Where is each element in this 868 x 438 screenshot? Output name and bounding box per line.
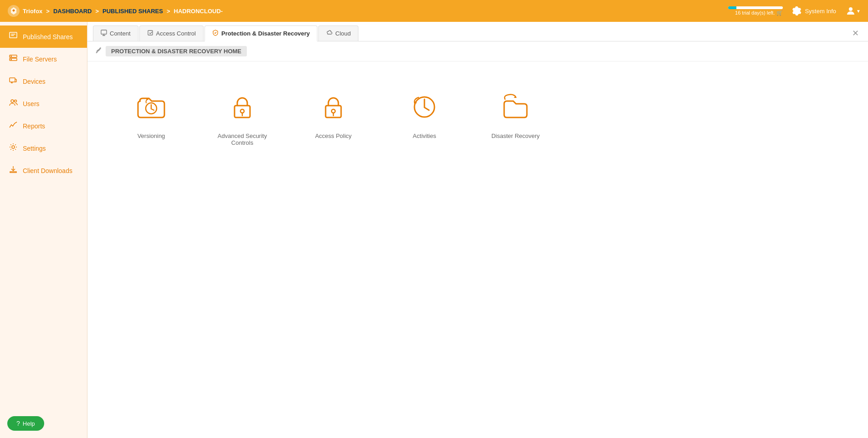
access-policy-label: Access Policy [315,132,352,139]
file-servers-icon [8,53,18,65]
user-dropdown-arrow: ▼ [856,9,861,14]
breadcrumb-sep-2: > [95,8,99,15]
trial-info: 16 trial day(s) left. 🛒 [728,6,783,16]
tab-content[interactable]: Content [93,25,138,41]
disaster-recovery-label: Disaster Recovery [491,132,540,139]
sidebar-item-settings[interactable]: Settings [0,137,87,159]
feature-advanced-security-controls[interactable]: Advanced Security Controls [215,89,270,146]
svg-rect-12 [148,31,153,35]
feature-access-policy[interactable]: Access Policy [306,89,361,139]
system-info-label: System Info [805,8,836,15]
trial-progress-bar-container [728,6,783,9]
users-icon [8,98,18,109]
features-area: Versioning Advanced Security Controls [87,61,868,438]
sidebar-item-file-servers[interactable]: File Servers [0,48,87,70]
user-icon [845,5,856,16]
advanced-security-controls-icon-wrap [224,89,260,125]
sidebar-item-users[interactable]: Users [0,92,87,115]
tab-protection-disaster-recovery[interactable]: Protection & Disaster Recovery [204,25,317,41]
disaster-recovery-icon-wrap [497,89,534,125]
sub-nav: PROTECTION & DISASTER RECOVERY HOME [87,41,868,61]
devices-icon [8,76,18,87]
breadcrumb-published-shares[interactable]: PUBLISHED SHARES [102,8,163,15]
tab-access-control[interactable]: Access Control [139,25,204,41]
main-layout: Published Shares File Servers [0,22,868,438]
disaster-recovery-icon [500,91,531,123]
versioning-icon-wrap [133,89,169,125]
header-right: 16 trial day(s) left. 🛒 System Info ▼ [728,5,861,16]
sidebar-item-devices[interactable]: Devices [0,70,87,92]
tabs-bar: Content Access Control [87,22,868,41]
help-button[interactable]: ? Help [7,416,44,431]
shield-icon [212,30,219,37]
close-button[interactable]: ✕ [848,26,863,40]
sub-nav-label: PROTECTION & DISASTER RECOVERY HOME [106,46,247,56]
svg-rect-7 [10,78,15,82]
activities-icon-wrap [406,89,443,125]
svg-rect-11 [101,30,107,34]
breadcrumb-app: Triofox [23,8,42,15]
trial-text: 16 trial day(s) left. 🛒 [735,10,783,16]
svg-point-5 [11,56,12,57]
sidebar-item-published-shares[interactable]: Published Shares [0,25,87,48]
trial-progress-bar [728,6,736,9]
sidebar-label-published-shares: Published Shares [23,33,73,41]
sidebar: Published Shares File Servers [0,22,87,438]
header-left: Triofox > DASHBOARD > PUBLISHED SHARES >… [7,5,223,17]
tab-protection-label: Protection & Disaster Recovery [221,30,310,37]
advanced-security-controls-label: Advanced Security Controls [215,132,270,146]
published-shares-icon [8,31,18,42]
activities-icon [408,91,440,123]
sidebar-item-reports[interactable]: Reports [0,115,87,137]
cloud-icon [326,30,332,37]
access-control-icon [147,30,153,37]
tab-content-label: Content [110,30,131,37]
versioning-icon [135,91,167,123]
app-header: Triofox > DASHBOARD > PUBLISHED SHARES >… [0,0,868,22]
sidebar-label-client-downloads: Client Downloads [23,167,72,174]
sidebar-nav: Published Shares File Servers [0,22,87,409]
sidebar-label-settings: Settings [23,145,46,152]
system-info-button[interactable]: System Info [792,6,836,16]
advanced-security-controls-icon [226,91,258,123]
cart-icon[interactable]: 🛒 [776,10,783,16]
activities-label: Activities [413,132,436,139]
svg-point-9 [15,100,17,102]
versioning-label: Versioning [138,132,165,139]
svg-point-8 [11,100,14,102]
feature-disaster-recovery[interactable]: Disaster Recovery [488,89,543,139]
access-policy-icon-wrap [315,89,352,125]
sidebar-label-file-servers: File Servers [23,56,57,63]
gear-icon [792,6,802,16]
svg-rect-2 [10,32,17,38]
sidebar-item-client-downloads[interactable]: Client Downloads [0,159,87,182]
tab-cloud[interactable]: Cloud [318,25,358,41]
user-menu-button[interactable]: ▼ [845,5,861,16]
svg-point-1 [849,7,853,11]
svg-point-6 [11,59,12,60]
triofox-logo-icon [7,5,20,17]
breadcrumb-sep-1: > [46,8,50,15]
sidebar-label-reports: Reports [23,122,45,130]
breadcrumb-dashboard[interactable]: DASHBOARD [53,8,92,15]
svg-point-10 [12,146,15,148]
settings-icon [8,143,18,154]
client-downloads-icon [8,165,18,176]
tab-cloud-label: Cloud [335,30,351,37]
help-button-label: Help [23,420,35,427]
help-circle-icon: ? [16,420,20,427]
monitor-icon [101,30,107,37]
content-area: Content Access Control [87,22,868,438]
tab-access-control-label: Access Control [156,30,196,37]
breadcrumb-hadroncloud: HADRONCLOUD- [174,8,223,15]
sidebar-label-devices: Devices [23,78,46,85]
sidebar-label-users: Users [23,100,40,107]
access-policy-icon [317,91,349,123]
reports-icon [8,120,18,132]
feature-activities[interactable]: Activities [397,89,452,139]
breadcrumb-sep-3: > [167,8,170,15]
wrench-icon [95,47,102,56]
feature-versioning[interactable]: Versioning [124,89,179,139]
sidebar-bottom: ? Help [0,409,87,438]
